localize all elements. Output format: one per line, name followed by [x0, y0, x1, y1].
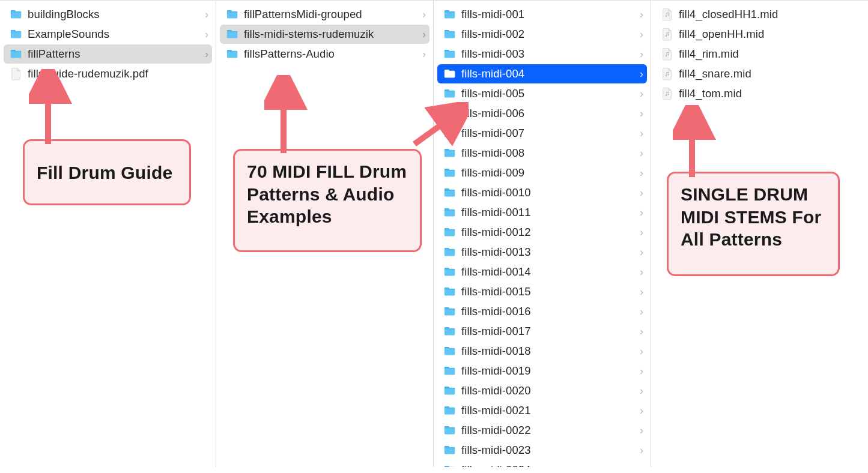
- finder-column-3[interactable]: fills-midi-001› fills-midi-002› fills-mi…: [434, 1, 651, 467]
- folder-row[interactable]: fillsPatterns-Audio›: [220, 44, 429, 64]
- chevron-right-icon: ›: [636, 107, 643, 120]
- svg-rect-23: [445, 348, 455, 349]
- item-label: fills-midi-0010: [461, 186, 636, 199]
- folder-row[interactable]: fills-midi-0021›: [437, 401, 647, 420]
- item-label: fills-midi-003: [461, 47, 636, 61]
- item-label: buildingBlocks: [28, 8, 201, 21]
- file-row[interactable]: fill4_openHH.mid: [655, 25, 864, 44]
- chevron-right-icon: ›: [636, 385, 643, 397]
- item-label: fills-midi-0012: [461, 226, 636, 239]
- svg-rect-14: [445, 170, 455, 170]
- folder-row[interactable]: fills-midi-006›: [437, 104, 647, 123]
- item-label: fills-midi-0015: [461, 285, 636, 298]
- folder-row[interactable]: fills-midi-0015›: [437, 282, 647, 301]
- svg-rect-26: [445, 408, 455, 408]
- svg-rect-16: [445, 209, 455, 210]
- folder-row[interactable]: fills-midi-0024›: [437, 460, 647, 467]
- chevron-right-icon: ›: [419, 48, 426, 61]
- svg-rect-20: [445, 289, 455, 289]
- folder-row[interactable]: fills-midi-0018›: [437, 342, 647, 361]
- file-row[interactable]: fillsGuide-rudemuzik.pdf: [4, 64, 212, 83]
- folder-row[interactable]: fills-midi-001›: [437, 5, 647, 24]
- folder-icon: [443, 265, 457, 279]
- folder-row[interactable]: fills-midi-0023›: [437, 441, 647, 460]
- folder-row[interactable]: fills-midi-007›: [437, 124, 647, 143]
- item-label: fills-midi-stems-rudemuzik: [244, 28, 419, 41]
- folder-row[interactable]: fillPatternsMidi-grouped›: [220, 5, 429, 24]
- svg-rect-13: [445, 150, 455, 151]
- pdf-file-icon: [10, 67, 23, 80]
- svg-rect-7: [445, 31, 455, 32]
- item-label: fillsPatterns-Audio: [244, 47, 419, 61]
- folder-row[interactable]: buildingBlocks›: [4, 5, 212, 24]
- item-label: fillPatterns: [28, 47, 201, 61]
- folder-row[interactable]: fills-midi-0020›: [437, 381, 647, 400]
- finder-column-2[interactable]: fillPatternsMidi-grouped› fills-midi-ste…: [216, 1, 434, 467]
- folder-icon: [10, 47, 23, 61]
- folder-icon: [443, 325, 457, 338]
- finder-column-4[interactable]: fill4_closedHH1.mid fill4_openHH.mid fil…: [651, 1, 868, 467]
- folder-icon: [10, 8, 23, 21]
- svg-rect-11: [445, 110, 455, 111]
- folder-icon: [443, 345, 457, 358]
- item-label: fills-midi-008: [461, 146, 636, 160]
- folder-row[interactable]: fills-midi-0011›: [437, 203, 647, 222]
- item-label: fills-midi-006: [461, 107, 636, 120]
- folder-row[interactable]: fills-midi-0016›: [437, 302, 647, 321]
- item-label: ExampleSounds: [28, 28, 201, 41]
- folder-icon: [443, 87, 457, 100]
- folder-row[interactable]: fills-midi-0013›: [437, 243, 647, 262]
- folder-icon: [443, 364, 457, 378]
- svg-rect-12: [445, 130, 455, 131]
- folder-icon: [10, 28, 23, 41]
- chevron-right-icon: ›: [636, 226, 643, 239]
- svg-rect-22: [445, 328, 455, 329]
- chevron-right-icon: ›: [636, 88, 643, 100]
- folder-row[interactable]: fills-midi-0022›: [437, 421, 647, 440]
- svg-rect-17: [445, 229, 455, 230]
- midi-file-icon: [661, 87, 674, 100]
- file-row[interactable]: fill4_tom.mid: [655, 84, 864, 103]
- folder-row[interactable]: fills-midi-002›: [437, 25, 647, 44]
- svg-rect-3: [227, 11, 237, 12]
- folder-row[interactable]: fills-midi-0012›: [437, 223, 647, 242]
- folder-row[interactable]: fills-midi-0017›: [437, 322, 647, 341]
- folder-icon: [226, 47, 239, 61]
- folder-icon: [443, 226, 457, 239]
- item-label: fills-midi-001: [461, 8, 636, 21]
- folder-row[interactable]: fills-midi-0014›: [437, 262, 647, 282]
- svg-rect-21: [445, 309, 455, 309]
- folder-row[interactable]: fills-midi-0010›: [437, 183, 647, 202]
- folder-row[interactable]: fills-midi-005›: [437, 84, 647, 103]
- folder-row[interactable]: ExampleSounds›: [4, 25, 212, 44]
- chevron-right-icon: ›: [636, 127, 643, 140]
- svg-rect-19: [445, 269, 455, 270]
- folder-icon: [443, 285, 457, 298]
- folder-row[interactable]: fills-midi-009›: [437, 163, 647, 182]
- chevron-right-icon: ›: [201, 8, 208, 21]
- item-label: fills-midi-0017: [461, 325, 636, 338]
- folder-row[interactable]: fills-midi-stems-rudemuzik›: [220, 25, 429, 44]
- folder-icon: [443, 206, 457, 219]
- folder-icon: [443, 246, 457, 259]
- finder-column-1[interactable]: buildingBlocks› ExampleSounds› fillPatte…: [0, 1, 216, 467]
- folder-icon: [443, 8, 457, 21]
- file-row[interactable]: fill4_snare.mid: [655, 64, 864, 83]
- folder-icon: [443, 67, 457, 80]
- file-row[interactable]: fill4_closedHH1.mid: [655, 5, 864, 24]
- folder-row[interactable]: fills-midi-004›: [437, 64, 647, 83]
- item-label: fills-midi-007: [461, 127, 636, 140]
- folder-icon: [443, 444, 457, 457]
- item-label: fills-midi-005: [461, 87, 636, 100]
- item-label: fills-midi-0024: [461, 463, 636, 467]
- folder-row[interactable]: fills-midi-008›: [437, 143, 647, 163]
- folder-icon: [443, 424, 457, 437]
- file-row[interactable]: fill4_rim.mid: [655, 44, 864, 64]
- folder-row[interactable]: fills-midi-003›: [437, 44, 647, 64]
- svg-rect-6: [445, 11, 455, 12]
- folder-row[interactable]: fills-midi-0019›: [437, 361, 647, 381]
- chevron-right-icon: ›: [419, 8, 426, 21]
- folder-row[interactable]: fillPatterns›: [4, 44, 212, 64]
- svg-rect-24: [445, 368, 455, 369]
- chevron-right-icon: ›: [636, 48, 643, 61]
